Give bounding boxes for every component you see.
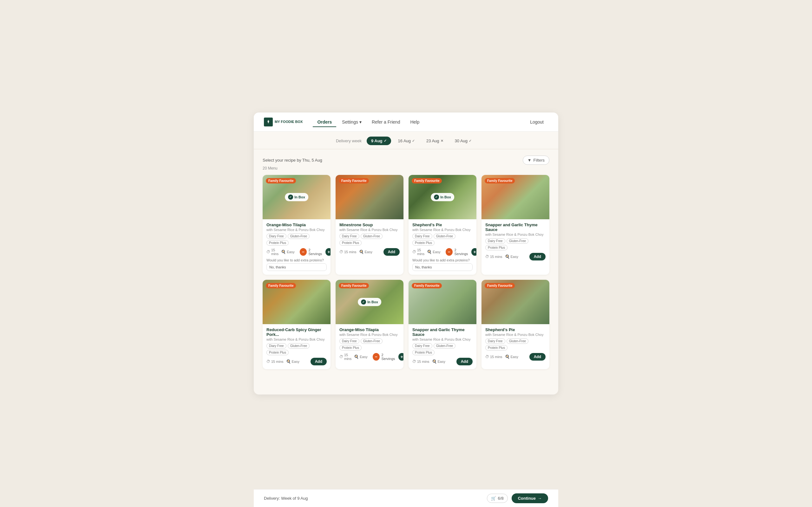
time-meta: ⏱ 15 mins — [485, 255, 502, 259]
cart-count: 🛒 6/8 — [487, 494, 508, 503]
tag: Gluten-Free — [434, 233, 455, 239]
header: MY FOODIE BOX Orders Settings ▾ Refer a … — [254, 112, 558, 131]
difficulty-meta: 🍳 Easy — [359, 250, 372, 254]
check-icon: ✓ — [469, 139, 472, 143]
delivery-tabs: Delivery week 9 Aug ✓ 16 Aug ✓ 23 Aug ✕ … — [254, 131, 558, 149]
time-meta: ⏱ 15 mins — [339, 353, 351, 360]
difficulty-meta: 🍳 Easy — [427, 250, 440, 254]
add-recipe-button[interactable]: Add — [456, 358, 473, 365]
time-meta: ⏱ 15 mins — [266, 359, 284, 364]
logout-button[interactable]: Logout — [525, 117, 548, 127]
check-icon: ✓ — [384, 139, 387, 143]
extra-protein-select[interactable]: No, thanks — [266, 263, 327, 271]
recipe-card: Family Favourite Snapper and Garlic Thym… — [481, 175, 549, 275]
clock-icon: ⏱ — [485, 354, 489, 359]
recipe-title: Snapper and Garlic Thyme Sauce — [485, 222, 546, 232]
quantity-control: − 2 Servings + — [446, 248, 476, 256]
card-body: Orange-Miso Tilapia with Sesame Rice & P… — [336, 324, 403, 364]
tag: Gluten-Free — [434, 343, 455, 349]
delivery-tab-16aug[interactable]: 16 Aug ✓ — [394, 136, 420, 145]
tag: Protein Plus — [339, 345, 362, 350]
tags-list: Dairy FreeGluten-FreeProtein Plus — [412, 233, 473, 245]
family-favourite-badge: Family Favourite — [339, 283, 369, 288]
in-box-badge: ✓ In Box — [285, 193, 308, 201]
recipe-card: Family Favourite Shepherd's Pie with Ses… — [481, 280, 549, 369]
tag: Gluten-Free — [361, 233, 383, 239]
nav-help[interactable]: Help — [406, 117, 424, 127]
tags-list: Dairy FreeGluten-FreeProtein Plus — [485, 338, 546, 350]
family-favourite-badge: Family Favourite — [412, 283, 442, 288]
delivery-tab-9aug[interactable]: 9 Aug ✓ — [367, 136, 391, 145]
recipe-title: Shepherd's Pie — [412, 222, 473, 227]
increase-qty-button[interactable]: + — [325, 248, 331, 256]
tag: Protein Plus — [266, 350, 289, 355]
qty-value: 2 Servings — [455, 248, 469, 256]
arrow-right-icon: → — [538, 496, 542, 501]
recipe-subtitle: with Sesame Rice & Ponzu Bok Choy — [485, 233, 546, 236]
filters-button[interactable]: ▼ Filters — [523, 156, 549, 165]
card-image-wrap: Family Favourite ✓ In Box — [336, 280, 403, 324]
continue-button[interactable]: Continue → — [512, 493, 548, 503]
recipe-title: Snapper and Garlic Thyme Sauce — [412, 327, 473, 337]
increase-qty-button[interactable]: + — [471, 248, 476, 256]
tags-list: Diary FreeGluten-FreeProtein Plus — [266, 343, 327, 355]
qty-value: 2 Servings — [309, 248, 323, 256]
card-image-wrap: Family Favourite — [409, 280, 476, 324]
difficulty-meta: 🍳 Easy — [432, 359, 445, 364]
tag: Protein Plus — [485, 345, 507, 350]
increase-qty-button[interactable]: + — [398, 353, 403, 360]
in-box-badge: ✓ In Box — [358, 298, 381, 306]
recipe-subtitle: with Sesame Rice & Ponzu Bok Choy — [266, 337, 327, 341]
difficulty-meta: 🍳 Easy — [505, 255, 518, 259]
recipe-subtitle: with Sesame Rice & Ponzu Bok Choy — [266, 228, 327, 232]
card-image-wrap: Family Favourite — [481, 280, 549, 324]
card-image-wrap: Family Favourite ✓ In Box — [409, 175, 476, 219]
card-footer: ⏱ 15 mins 🍳 Easy Add — [485, 253, 546, 261]
tag: Diary Free — [266, 343, 287, 349]
time-meta: ⏱ 15 mins — [412, 359, 429, 364]
recipe-subtitle: with Sesame Rice & Ponzu Bok Choy — [485, 333, 546, 337]
recipe-subtitle: with Sesame Rice & Ponzu Bok Choy — [339, 333, 400, 337]
footer-right: 🛒 6/8 Continue → — [487, 493, 548, 503]
delivery-info: Delivery: Week of 9 Aug — [264, 496, 308, 501]
decrease-qty-button[interactable]: − — [373, 353, 380, 360]
clock-icon: ⏱ — [339, 250, 343, 254]
tag: Gluten-Free — [288, 343, 310, 349]
add-recipe-button[interactable]: Add — [529, 253, 546, 261]
recipe-title: Reduced-Carb Spicy Ginger Pork... — [266, 327, 327, 337]
chef-icon: 🍳 — [359, 250, 364, 254]
tag: Gluten-Free — [507, 238, 528, 244]
chef-icon: 🍳 — [286, 359, 291, 364]
add-recipe-button[interactable]: Add — [384, 248, 400, 256]
recipe-title: Minestrone Soup — [339, 222, 400, 227]
extra-protein-section: Would you like to add extra proteins? No… — [412, 258, 473, 271]
extra-protein-label: Would you like to add extra proteins? — [266, 258, 327, 262]
family-favourite-badge: Family Favourite — [485, 283, 515, 288]
clock-icon: ⏱ — [412, 250, 416, 254]
nav-orders[interactable]: Orders — [313, 117, 336, 127]
tag: Dairy Free — [339, 338, 359, 344]
tag: Dairy Free — [485, 238, 505, 244]
add-recipe-button[interactable]: Add — [529, 353, 546, 360]
clock-icon: ⏱ — [266, 250, 270, 254]
recipe-title: Orange-Miso Tilapia — [266, 222, 327, 227]
in-box-badge: ✓ In Box — [431, 193, 454, 201]
recipe-title: Orange-Miso Tilapia — [339, 327, 400, 332]
tag: Diary Free — [266, 233, 287, 239]
extra-protein-select[interactable]: No, thanks — [412, 263, 473, 271]
add-recipe-button[interactable]: Add — [310, 358, 327, 365]
recipe-subtitle: with Sesame Rice & Ponzu Bok Choy — [412, 228, 473, 232]
nav-refer[interactable]: Refer a Friend — [367, 117, 404, 127]
delivery-tab-23aug[interactable]: 23 Aug ✕ — [422, 136, 448, 145]
delivery-tab-30aug[interactable]: 30 Aug ✓ — [450, 136, 476, 145]
cart-icon: 🛒 — [491, 496, 496, 501]
nav-settings[interactable]: Settings ▾ — [338, 117, 366, 127]
decrease-qty-button[interactable]: − — [446, 248, 453, 256]
card-body: Minestrone Soup with Sesame Rice & Ponzu… — [336, 219, 403, 260]
card-body: Snapper and Garlic Thyme Sauce with Sesa… — [481, 219, 549, 264]
tag: Protein Plus — [485, 245, 507, 250]
card-footer: ⏱ 15 mins 🍳 Easy − 2 Servings + — [339, 353, 400, 360]
card-body: Shepherd's Pie with Sesame Rice & Ponzu … — [481, 324, 549, 364]
decrease-qty-button[interactable]: − — [300, 248, 307, 256]
extra-protein-section: Would you like to add extra proteins? No… — [266, 258, 327, 271]
